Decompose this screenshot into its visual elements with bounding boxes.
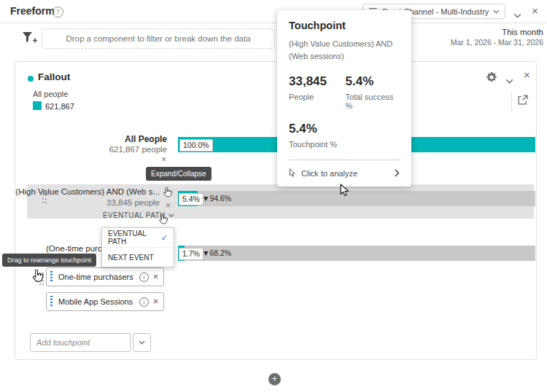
chip-drag-handle[interactable] (50, 296, 53, 307)
drag-tooltip: Drag to rearrange touchpoint (2, 254, 96, 267)
menu-item-label: EVENTUAL PATH (108, 230, 161, 246)
info-icon[interactable]: i (139, 297, 149, 307)
fallout-bar-pct: 1.7% (179, 248, 203, 260)
click-to-analyze[interactable]: Click to analyze (289, 168, 400, 178)
chevron-right-icon (395, 169, 400, 177)
touchpoint-label: Mobile App Sessions (58, 297, 139, 306)
menu-item-next-event[interactable]: NEXT EVENT (102, 247, 174, 267)
people-value: 33,845 (289, 74, 346, 89)
add-panel-button[interactable]: + (268, 373, 281, 385)
close-freeform-icon[interactable]: × (532, 5, 538, 16)
page-title: Freeform (10, 5, 55, 17)
touchpoint-pct-label: Touchpoint % (289, 140, 400, 149)
divider (511, 93, 512, 111)
date-range-dates: Mar 1, 2026 - Mar 31, 2026 (430, 38, 543, 47)
fallout-bar-pct: 5.4% (179, 193, 203, 205)
open-in-new-icon[interactable] (517, 95, 528, 106)
chevron-down-icon (493, 9, 500, 14)
chip-drag-handle[interactable] (50, 271, 53, 283)
fallout-dropoff-pct: ▼94.6% (202, 194, 231, 203)
fallout-bar-pct: 100.0% (179, 139, 213, 152)
fallout-row-label[interactable]: (High Value Customers) AND (Web s... (15, 187, 160, 196)
fallout-row-count: 33,845 people (15, 198, 160, 207)
viz-title: Fallout (38, 71, 70, 82)
legend-swatch (33, 101, 42, 110)
fallout-dropoff-pct: ▼68.2% (202, 248, 231, 257)
legend-label: All people (33, 90, 68, 98)
panel-title-bar: Freeform ? Omni-Channel - Multi-Industry… (0, 0, 547, 23)
info-icon[interactable]: i (139, 273, 149, 282)
viz-color-dot (28, 76, 34, 82)
touchpoint-chip[interactable]: Mobile App Sessions i × (46, 292, 164, 311)
collapse-viz-icon[interactable] (505, 74, 513, 87)
hand-cursor-icon (31, 269, 44, 283)
menu-item-label: NEXT EVENT (108, 254, 154, 262)
remove-touchpoint-icon[interactable]: × (166, 201, 171, 210)
popup-subtitle: (High Value Customers) AND (Web sessions… (289, 38, 400, 63)
remove-icon[interactable]: × (153, 272, 158, 282)
remove-touchpoint-icon[interactable]: × (161, 155, 166, 164)
click-to-analyze-label: Click to analyze (301, 169, 389, 178)
total-success-value: 5.4% (346, 74, 400, 89)
mouse-cursor-icon (340, 184, 349, 197)
fallout-bar-dropoff[interactable] (185, 246, 535, 261)
check-icon: ✓ (161, 233, 168, 243)
fallout-panel: Fallout × All people 621,867 All People … (15, 61, 537, 360)
add-touchpoint-input[interactable] (30, 333, 131, 352)
chevron-down-icon (168, 213, 174, 217)
touchpoint-label: One-time purchasers (58, 273, 139, 281)
filter-dropzone[interactable]: Drop a component to filter or break down… (42, 28, 275, 49)
expand-collapse-tooltip: Expand/Collapse (146, 167, 212, 181)
drag-handle-dots[interactable] (42, 190, 47, 203)
fallout-row-label[interactable]: All People (15, 134, 167, 144)
path-type-label: EVENTUAL PATH (103, 211, 166, 219)
add-touchpoint-dropdown-button[interactable] (133, 333, 151, 352)
chevron-down-icon (139, 340, 145, 345)
total-success-label: Total success % (346, 93, 400, 110)
hand-cursor-icon (163, 187, 173, 198)
path-type-menu: EVENTUAL PATH ✓ NEXT EVENT (101, 227, 174, 267)
remove-icon[interactable]: × (153, 297, 158, 307)
chevron-down-icon (513, 13, 521, 18)
date-range[interactable]: This month Mar 1, 2026 - Mar 31, 2026 (430, 28, 543, 47)
divider (289, 160, 400, 160)
analysis-workspace-panel: Freeform ? Omni-Channel - Multi-Industry… (0, 0, 547, 392)
legend-value: 621,867 (45, 102, 74, 111)
touchpoint-popup: Touchpoint (High Value Customers) AND (W… (277, 10, 411, 187)
touchpoint-pct-value: 5.4% (289, 122, 400, 136)
collapse-freeform-icon[interactable] (513, 8, 521, 21)
analyze-cursor-icon (289, 168, 296, 178)
date-range-label: This month (430, 28, 543, 36)
help-icon[interactable]: ? (53, 7, 63, 17)
touchpoint-chip[interactable]: One-time purchasers i × (46, 267, 164, 286)
menu-item-eventual-path[interactable]: EVENTUAL PATH ✓ (102, 228, 174, 247)
popup-title: Touchpoint (289, 20, 400, 31)
people-label: People (289, 93, 346, 101)
hand-cursor-icon (158, 213, 168, 225)
close-viz-icon[interactable]: × (524, 68, 530, 81)
filter-icon[interactable] (22, 31, 38, 44)
fallout-row-count: 621,867 people (15, 145, 167, 154)
settings-gear-icon[interactable] (486, 71, 497, 83)
fallout-bar-dropoff[interactable] (198, 191, 535, 206)
